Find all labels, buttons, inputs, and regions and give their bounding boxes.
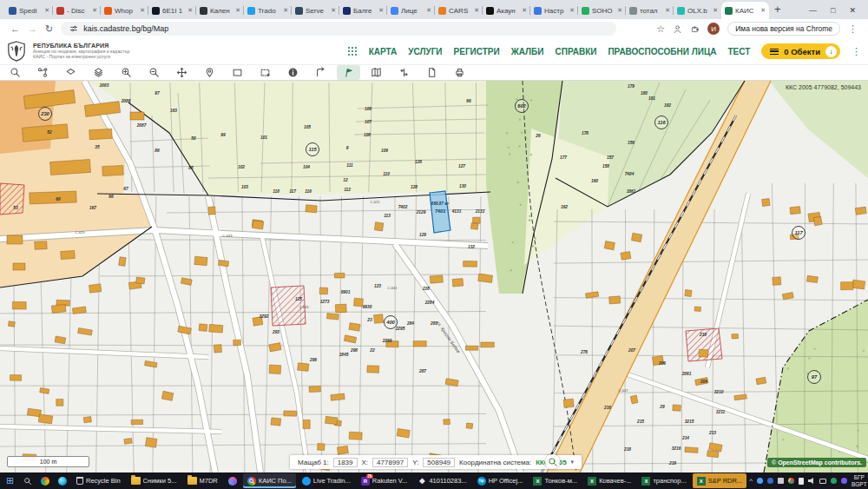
profile-add-icon[interactable] [674, 25, 681, 32]
taskbar-item-транспор...[interactable]: Xтранспор... [637, 473, 690, 488]
bluetooth-icon[interactable] [767, 478, 773, 484]
clipboard-icon[interactable] [778, 478, 784, 484]
network-icon[interactable] [819, 479, 826, 484]
select-rect-tool[interactable] [226, 65, 249, 80]
route-tool[interactable] [31, 65, 55, 80]
tab-close-icon[interactable]: ✕ [426, 7, 431, 14]
viber-icon[interactable] [841, 478, 847, 484]
forward-icon[interactable]: → [28, 23, 37, 34]
browser-tab-6E1I 1[interactable]: 6E1I 1✕ [148, 2, 196, 19]
taskbar-item-Live Tradin...[interactable]: Live Tradin... [298, 473, 355, 488]
taskbar-item-Снимки 5...[interactable]: Снимки 5... [127, 473, 181, 488]
tab-close-icon[interactable]: ✕ [474, 7, 479, 14]
nav-item-3[interactable]: ЖАЛБИ [511, 47, 544, 56]
browser-tab-Spedi[interactable]: Spedi✕ [5, 2, 53, 19]
browser-tab-CARS[interactable]: CARS✕ [435, 2, 483, 19]
browser-tab-SOHO[interactable]: SOHO✕ [578, 2, 626, 19]
browser-tab-КАИС[interactable]: КАИС✕ [721, 2, 769, 19]
taskbar-search-icon[interactable] [20, 473, 35, 488]
info-tool[interactable] [281, 65, 305, 80]
browser-tab-- Disc[interactable]: - Disc✕ [53, 2, 101, 19]
taskbar-item-Rakuten V...[interactable]: R76Rakuten V... [357, 473, 412, 488]
crs-dropdown-icon[interactable]: ▾ [571, 459, 575, 466]
apps-grid-icon[interactable] [348, 47, 358, 56]
taskbar-item-app-3[interactable] [224, 473, 241, 488]
back-icon[interactable]: ← [10, 23, 20, 34]
x-value[interactable]: 4778997 [372, 458, 408, 467]
browser-tab-OLX.b[interactable]: OLX.b✕ [674, 2, 721, 19]
taskbar-item-S&P RDR...[interactable]: XS&P RDR... [693, 473, 746, 488]
map-search-button[interactable] [545, 454, 560, 469]
new-tab-button[interactable]: + [774, 3, 781, 16]
edge-icon[interactable] [55, 473, 69, 488]
reload-icon[interactable]: ↻ [45, 23, 53, 35]
maximize-icon[interactable]: □ [831, 6, 835, 15]
taskbar-item-Ковачев-...[interactable]: XКовачев-... [583, 473, 635, 488]
tab-close-icon[interactable]: ✕ [569, 7, 575, 14]
browser-avatar[interactable]: И [707, 23, 720, 35]
taskbar-item-Тонков-м...[interactable]: XТонков-м... [529, 473, 582, 488]
overview-map-tool[interactable] [365, 65, 388, 80]
osm-attribution[interactable]: © OpenStreetMap contributors. [767, 458, 866, 467]
tab-close-icon[interactable]: ✕ [283, 7, 288, 14]
extensions-icon[interactable] [693, 26, 699, 31]
location-tool[interactable] [198, 65, 221, 80]
nav-item-4[interactable]: СПРАВКИ [555, 47, 596, 56]
layer-tool[interactable] [59, 65, 82, 80]
back-extent-tool[interactable] [309, 65, 332, 80]
tab-close-icon[interactable]: ✕ [378, 7, 384, 14]
document-icon[interactable] [799, 478, 804, 485]
url-text[interactable]: kais.cadastre.bg/bg/Map [83, 24, 168, 33]
tab-close-icon[interactable]: ✕ [331, 7, 336, 14]
browser-tab-Кален[interactable]: Кален✕ [196, 2, 244, 19]
nav-item-1[interactable]: УСЛУГИ [408, 47, 442, 56]
pan-tool[interactable] [170, 65, 194, 80]
nav-item-6[interactable]: ТЕСТ [727, 47, 750, 56]
site-settings-icon[interactable] [71, 26, 77, 30]
select-area-tool[interactable] [253, 65, 277, 80]
taskbar-item-M7DR[interactable]: M7DR [183, 473, 222, 488]
taskbar-item-Recycle Bin[interactable]: Recycle Bin [72, 473, 125, 488]
browser-tab-Whop[interactable]: Whop✕ [101, 2, 148, 19]
star-icon[interactable]: ☆ [656, 23, 665, 35]
tab-close-icon[interactable]: ✕ [187, 7, 193, 14]
browser-tab-Настр[interactable]: Настр✕ [530, 2, 578, 19]
start-icon[interactable]: ⊞ [3, 473, 17, 488]
map-canvas[interactable]: С-629С-633С-621С-641С-643С-647 230115602… [0, 81, 868, 472]
tab-close-icon[interactable]: ✕ [44, 7, 49, 14]
map-container[interactable]: С-629С-633С-621С-641С-643С-647 230115602… [0, 81, 868, 472]
copilot-icon[interactable] [37, 473, 52, 488]
header-kebab-icon[interactable]: ⋮ [852, 46, 861, 57]
tab-close-icon[interactable]: ✕ [665, 7, 670, 14]
split-tool[interactable] [392, 65, 416, 80]
layers-tool[interactable] [87, 65, 110, 80]
browser-tab-тотал[interactable]: тотал✕ [626, 2, 674, 19]
tab-close-icon[interactable]: ✕ [617, 7, 622, 14]
kebab-menu-icon[interactable]: ⋮ [848, 23, 858, 35]
taskbar-item-КАИС По...[interactable]: КАИС По... [243, 473, 296, 488]
document-tool[interactable] [420, 65, 444, 80]
volume-icon[interactable] [808, 478, 815, 484]
taskbar-item-410110283...[interactable]: ◆410110283... [413, 473, 470, 488]
print-tool[interactable] [448, 65, 471, 80]
tab-close-icon[interactable]: ✕ [522, 7, 527, 14]
close-icon[interactable]: ✕ [849, 6, 856, 15]
tab-close-icon[interactable]: ✕ [92, 7, 97, 14]
nav-item-5[interactable]: ПРАВОСПОСОБНИ ЛИЦА [608, 47, 716, 56]
language-indicator[interactable]: БГРBGPT [852, 474, 867, 488]
tab-close-icon[interactable]: ✕ [235, 7, 240, 14]
nav-item-2[interactable]: РЕГИСТРИ [454, 47, 500, 56]
browser-tab-Trado[interactable]: Trado✕ [244, 2, 292, 19]
measure-tool[interactable] [337, 65, 360, 80]
nav-item-0[interactable]: КАРТА [369, 47, 398, 56]
tab-close-icon[interactable]: ✕ [713, 7, 718, 14]
chevron-up-icon[interactable]: ^ [749, 478, 753, 485]
minimize-icon[interactable]: — [809, 6, 817, 15]
taskbar-item-HP Officej...[interactable]: hpHP Officej... [473, 473, 528, 488]
excel-tray-icon[interactable] [831, 478, 837, 484]
zoom-in-tool[interactable] [115, 65, 138, 80]
objects-button[interactable]: 0 Обекти ↓ [761, 43, 840, 59]
tab-close-icon[interactable]: ✕ [140, 7, 145, 14]
browser-tab-Акаун[interactable]: Акаун✕ [483, 2, 530, 19]
url-box[interactable]: kais.cadastre.bg/bg/Map [61, 22, 616, 36]
